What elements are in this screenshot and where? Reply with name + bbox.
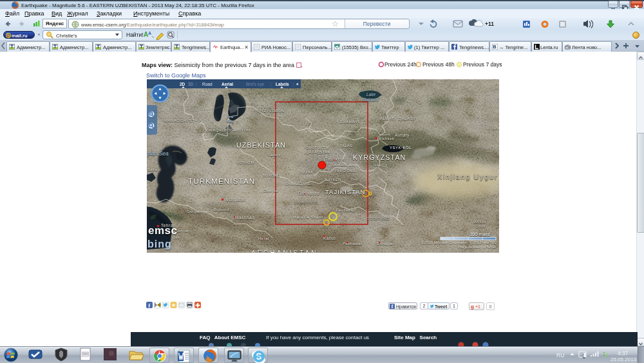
svg-text:+11: +11: [485, 21, 494, 27]
svg-text:A: A: [148, 31, 151, 35]
svg-text:B: B: [493, 44, 497, 50]
